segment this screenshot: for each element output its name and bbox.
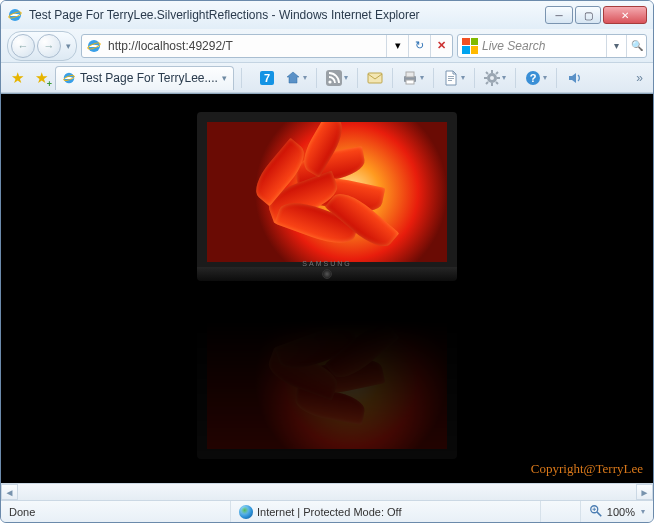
separator [392, 68, 393, 88]
maximize-button[interactable]: ▢ [575, 6, 601, 24]
toolbar: 7 ▾ ▾ ▾ ▾ ▾ [255, 67, 586, 89]
refresh-button[interactable]: ↻ [408, 35, 430, 57]
svg-line-25 [496, 72, 498, 74]
tv-screen [207, 122, 447, 262]
svg-point-9 [328, 80, 331, 83]
separator [316, 68, 317, 88]
svg-rect-10 [368, 73, 382, 83]
tools-button[interactable]: ▾ [480, 67, 510, 89]
svg-line-23 [486, 72, 488, 74]
zoom-dropdown[interactable]: ▾ [641, 507, 645, 516]
titlebar: Test Page For TerryLee.SilverlightReflec… [1, 1, 653, 29]
rss-button[interactable]: ▾ [322, 67, 352, 89]
page-icon [443, 70, 459, 86]
live-search-icon [462, 38, 478, 54]
svg-rect-8 [326, 70, 342, 86]
horizontal-scrollbar[interactable]: ◄ ► [1, 483, 653, 500]
zoom-value: 100% [607, 506, 635, 518]
svg-point-18 [490, 76, 494, 80]
read-mail-button[interactable] [363, 67, 387, 89]
svg-rect-13 [406, 80, 414, 84]
window-buttons: ─ ▢ ✕ [545, 6, 647, 24]
svg-text:?: ? [529, 72, 536, 84]
svg-line-24 [496, 82, 498, 84]
scroll-right-button[interactable]: ► [636, 484, 653, 500]
add-favorite-button[interactable]: ★+ [31, 68, 51, 88]
minimize-button[interactable]: ─ [545, 6, 573, 24]
seven-button[interactable]: 7 [255, 67, 279, 89]
forward-button[interactable]: → [37, 34, 61, 58]
separator [515, 68, 516, 88]
print-icon [402, 70, 418, 86]
separator [433, 68, 434, 88]
search-placeholder[interactable]: Live Search [482, 39, 606, 53]
stop-button[interactable]: ✕ [430, 35, 452, 57]
status-spacer [541, 501, 581, 522]
url-text[interactable]: http://localhost:49292/T [106, 39, 386, 53]
favorites-button[interactable]: ★ [7, 68, 27, 88]
tab-list-dropdown[interactable]: ▾ [222, 73, 227, 83]
content-viewport: SAMSUNG Copyright@TerryLee [1, 93, 653, 483]
address-bar[interactable]: http://localhost:49292/T ▾ ↻ ✕ [81, 34, 453, 58]
status-security-zone[interactable]: Internet | Protected Mode: Off [231, 501, 541, 522]
ie-icon [62, 71, 76, 85]
address-dropdown[interactable]: ▾ [386, 35, 408, 57]
separator [556, 68, 557, 88]
toolbar-overflow[interactable]: » [636, 71, 647, 85]
svg-text:7: 7 [264, 72, 270, 84]
svg-rect-15 [448, 78, 454, 79]
search-bar[interactable]: Live Search ▾ 🔍 [457, 34, 647, 58]
research-button[interactable] [562, 67, 586, 89]
browser-window: Test Page For TerryLee.SilverlightReflec… [0, 0, 654, 523]
scroll-left-button[interactable]: ◄ [1, 484, 18, 500]
tab-label: Test Page For TerryLee.... [80, 71, 218, 85]
silverlight-tv: SAMSUNG [197, 112, 457, 281]
print-button[interactable]: ▾ [398, 67, 428, 89]
svg-rect-12 [406, 72, 414, 77]
window-title: Test Page For TerryLee.SilverlightReflec… [29, 8, 545, 22]
separator [241, 68, 242, 88]
copyright-label: Copyright@TerryLee [531, 461, 643, 477]
help-button[interactable]: ?▾ [521, 67, 551, 89]
separator [357, 68, 358, 88]
separator [474, 68, 475, 88]
home-icon [285, 70, 301, 86]
ie-icon [7, 7, 23, 23]
svg-rect-16 [448, 80, 452, 81]
audio-icon [566, 70, 582, 86]
status-left: Done [1, 501, 231, 522]
rss-icon [326, 70, 342, 86]
search-go-button[interactable]: 🔍 [626, 35, 646, 57]
status-bar: Done Internet | Protected Mode: Off 100%… [1, 500, 653, 522]
home-button[interactable]: ▾ [281, 67, 311, 89]
nav-bar: ← → ▾ http://localhost:49292/T ▾ ↻ ✕ Liv… [1, 29, 653, 63]
nav-back-forward: ← → ▾ [7, 31, 77, 61]
tv-brand-label: SAMSUNG [197, 260, 457, 267]
tab-toolbar: ★ ★+ Test Page For TerryLee.... ▾ 7 ▾ ▾ [1, 63, 653, 93]
tv-frame [197, 112, 457, 272]
internet-zone-icon [239, 505, 253, 519]
zoom-icon [589, 504, 603, 520]
help-icon: ? [525, 70, 541, 86]
ie-icon [86, 38, 102, 54]
close-button[interactable]: ✕ [603, 6, 647, 24]
back-button[interactable]: ← [11, 34, 35, 58]
search-provider-dropdown[interactable]: ▾ [606, 35, 626, 57]
mail-icon [367, 70, 383, 86]
scroll-track[interactable] [18, 484, 636, 500]
svg-rect-14 [448, 76, 454, 77]
svg-line-30 [597, 511, 601, 515]
tab-active[interactable]: Test Page For TerryLee.... ▾ [55, 66, 234, 90]
page-button[interactable]: ▾ [439, 67, 469, 89]
recent-dropdown[interactable]: ▾ [62, 41, 74, 51]
tv-reflection [197, 285, 457, 459]
tools-icon [484, 70, 500, 86]
zoom-control[interactable]: 100% ▾ [581, 501, 653, 522]
security-text: Internet | Protected Mode: Off [257, 506, 402, 518]
svg-line-26 [486, 82, 488, 84]
tv-base [197, 267, 457, 281]
